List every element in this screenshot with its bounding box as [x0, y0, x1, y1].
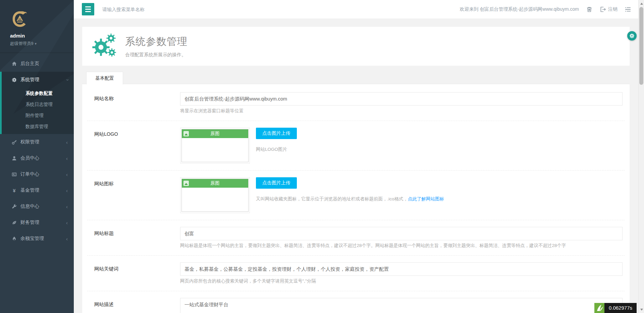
admin-app: admin 超级管理员9▾ 后台主页 系统管理 ‹	[0, 0, 644, 313]
gears-icon	[92, 33, 120, 59]
field-label: 网站LOGO	[94, 128, 180, 164]
form-row-site-title: 网站标题 网站标题是体现一个网站的主旨，要做到主题突出、标题简洁、连贯等特点，建…	[82, 227, 630, 249]
field-label: 网站名称	[94, 92, 180, 114]
topbar: 欢迎来到 创富后台管理系统-起步源码网www.qibuym.com 注销	[74, 0, 638, 18]
tab-strip: 基本配置	[82, 71, 630, 84]
form-row-site-logo: 网站LOGO 原图 点击图片上传 网站LOGO图片	[82, 128, 630, 164]
page-header-card: 系统参数管理 合理配置系统所展示的操作。	[82, 27, 630, 66]
chevron-down-icon: ‹	[64, 79, 69, 81]
menu-search-input[interactable]	[102, 7, 210, 12]
sidebar-item-info[interactable]: 信息中心 ‹	[0, 198, 74, 214]
field-help: 又叫网站收藏夹图标，它显示位于浏览器的地址栏或者标题前面，.ico格式，点此了解…	[256, 196, 444, 202]
site-name-input[interactable]	[180, 92, 623, 106]
site-keywords-input[interactable]	[180, 262, 623, 276]
flame-icon	[11, 236, 17, 242]
main-content: 系统参数管理 合理配置系统所展示的操作。 基本配置 网站名称 将显示在浏览器窗口…	[74, 18, 638, 313]
sidebar-group-system: 系统管理 ‹ 系统参数配置 系统日志管理 附件管理 数据库管理	[0, 72, 74, 134]
sidebar-menu: 后台主页 系统管理 ‹ 系统参数配置 系统日志管理 附件管理 数据库管理	[0, 56, 74, 247]
preview-label: 原图	[211, 181, 220, 186]
chevron-left-icon: ‹	[66, 140, 68, 145]
sidebar-item-system[interactable]: 系统管理 ‹	[2, 72, 74, 88]
chevron-left-icon: ‹	[66, 172, 68, 177]
sidebar-item-permissions[interactable]: 权限管理 ‹	[0, 134, 74, 150]
scroll-down-arrow[interactable]	[639, 307, 644, 312]
form-row-site-favicon: 网站图标 原图 点击图片上传 又叫网站收藏夹图标，它显示	[82, 177, 630, 213]
user-icon	[11, 155, 17, 161]
scrollbar-thumb[interactable]	[639, 7, 643, 85]
trace-badge[interactable]: 0.062977s	[594, 303, 637, 313]
field-label: 网站描述	[94, 298, 180, 313]
tab-basic-config[interactable]: 基本配置	[86, 72, 123, 84]
broken-image-icon	[183, 131, 189, 136]
sidebar-item-database[interactable]: 数据库管理	[2, 121, 74, 132]
thinkphp-logo-icon	[594, 303, 604, 313]
row-divider	[87, 291, 625, 291]
chevron-left-icon: ‹	[66, 236, 68, 241]
site-title-input[interactable]	[180, 227, 623, 240]
order-icon	[11, 172, 17, 177]
user-name: admin	[10, 33, 74, 39]
favicon-preview-box[interactable]: 原图	[180, 177, 250, 213]
settings-form: 网站名称 将显示在浏览器窗口标题等位置 网站LOGO 原图	[82, 84, 630, 313]
sidebar-item-finance[interactable]: 财务管理 ‹	[0, 214, 74, 231]
sidebar-item-attachments[interactable]: 附件管理	[2, 110, 74, 121]
key-icon	[11, 139, 17, 145]
logo-upload-button[interactable]: 点击图片上传	[256, 128, 297, 139]
chevron-left-icon: ‹	[66, 204, 68, 209]
field-label: 网站关键词	[94, 262, 180, 284]
row-divider	[87, 220, 625, 220]
gears-icon	[11, 77, 17, 83]
exec-time: 0.062977s	[604, 303, 637, 313]
sidebar: admin 超级管理员9▾ 后台主页 系统管理 ‹	[0, 0, 74, 313]
clear-cache-trash-icon[interactable]	[586, 6, 592, 12]
form-row-site-keywords: 网站关键词 网页内容所包含的核心搜索关键词，多个关键字请用英文逗号","分隔	[82, 262, 630, 284]
page-subtitle: 合理配置系统所展示的操作。	[125, 52, 187, 58]
sidebar-item-home[interactable]: 后台主页	[0, 56, 74, 72]
tabs-wrap: 基本配置 网站名称 将显示在浏览器窗口标题等位置 网站LOGO	[82, 71, 630, 313]
scroll-up-arrow[interactable]	[639, 1, 644, 6]
wrench-icon	[11, 204, 17, 209]
home-icon	[11, 61, 17, 67]
favicon-info-link[interactable]: 点此了解网站图标	[408, 196, 444, 201]
field-label: 网站标题	[94, 227, 180, 249]
logout-control[interactable]: 注销	[600, 6, 618, 12]
page-header-text: 系统参数管理 合理配置系统所展示的操作。	[125, 35, 187, 58]
sidebar-toggle-button[interactable]	[82, 3, 94, 15]
field-help: 网页内容所包含的核心搜索关键词，多个关键字请用英文逗号","分隔	[180, 278, 623, 284]
chevron-left-icon: ‹	[66, 188, 68, 193]
sidebar-item-funds[interactable]: ¥ 基金管理 ‹	[0, 182, 74, 198]
submenu-system: 系统参数配置 系统日志管理 附件管理 数据库管理	[2, 88, 74, 134]
chevron-left-icon: ‹	[66, 220, 68, 225]
sidebar-item-sys-params[interactable]: 系统参数配置	[2, 88, 74, 99]
chevron-left-icon: ‹	[66, 156, 68, 161]
row-divider	[87, 170, 625, 171]
welcome-text: 欢迎来到 创富后台管理系统-起步源码网www.qibuym.com	[460, 6, 579, 12]
field-help: 网站标题是体现一个网站的主旨，要做到主题突出、标题简洁、连贯等特点，建议不超过2…	[180, 243, 623, 249]
logo-preview-box[interactable]: 原图	[180, 128, 250, 164]
form-row-site-name: 网站名称 将显示在浏览器窗口标题等位置	[82, 92, 630, 114]
favicon-upload-button[interactable]: 点击图片上传	[256, 177, 297, 189]
topbar-right: 欢迎来到 创富后台管理系统-起步源码网www.qibuym.com 注销	[460, 6, 638, 12]
favicon-preview-empty	[182, 188, 248, 211]
logo-preview-empty	[182, 138, 248, 162]
field-help: 网站LOGO图片	[256, 146, 297, 152]
sign-out-icon	[600, 6, 606, 12]
list-view-icon[interactable]	[625, 6, 631, 12]
form-row-site-description: 网站描述 一站式基金理财平台	[82, 298, 630, 313]
row-divider	[87, 255, 625, 256]
sidebar-item-orders[interactable]: 订单中心 ‹	[0, 166, 74, 182]
yen-icon: ¥	[11, 188, 17, 193]
sidebar-item-sys-logs[interactable]: 系统日志管理	[2, 99, 74, 110]
page-scrollbar	[638, 0, 644, 313]
user-panel: admin 超级管理员9▾	[0, 0, 74, 53]
quick-settings-button[interactable]	[627, 31, 637, 41]
sidebar-item-yuebao[interactable]: 余额宝管理 ‹	[0, 231, 74, 247]
row-divider	[87, 121, 625, 121]
brand-logo	[10, 9, 30, 29]
site-description-textarea[interactable]: 一站式基金理财平台	[180, 298, 623, 313]
broken-image-icon	[183, 181, 189, 186]
leaf-icon	[11, 220, 17, 226]
preview-label: 原图	[211, 131, 220, 136]
sidebar-item-members[interactable]: 会员中心 ‹	[0, 150, 74, 166]
user-role-dropdown[interactable]: 超级管理员9▾	[10, 41, 74, 47]
